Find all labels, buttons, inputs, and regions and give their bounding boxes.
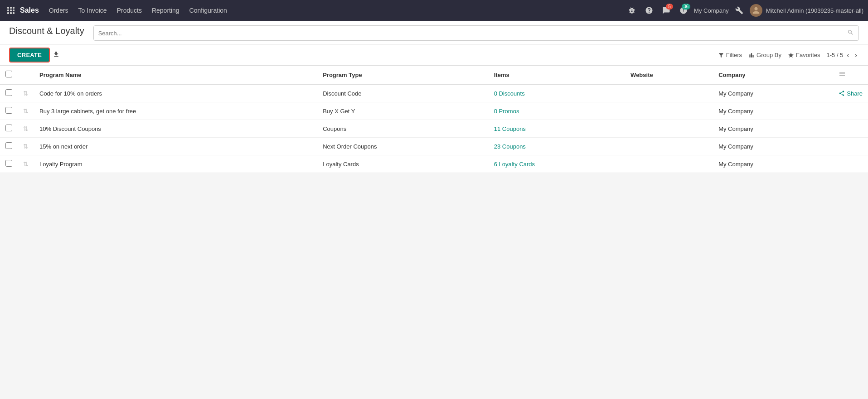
cell-program-type[interactable]: Next Order Coupons	[317, 138, 489, 155]
cell-items[interactable]: 23 Coupons	[489, 138, 625, 155]
row-checkbox-cell[interactable]	[0, 102, 18, 120]
svg-rect-1	[10, 7, 12, 9]
cell-company: My Company	[713, 138, 833, 155]
drag-handle-header	[18, 66, 34, 84]
cell-action[interactable]	[833, 102, 868, 120]
menu-reporting[interactable]: Reporting	[147, 4, 184, 17]
row-checkbox[interactable]	[5, 125, 12, 131]
cell-items[interactable]: 0 Discounts	[489, 84, 625, 102]
row-checkbox[interactable]	[5, 107, 12, 114]
table-row[interactable]: ⇅ Loyalty Program Loyalty Cards 6 Loyalt…	[0, 155, 868, 173]
table-row[interactable]: ⇅ Buy 3 large cabinets, get one for free…	[0, 102, 868, 120]
row-checkbox-cell[interactable]	[0, 84, 18, 102]
data-table: Program Name Program Type Items Website …	[0, 66, 868, 173]
menu-to-invoice[interactable]: To Invoice	[74, 4, 112, 17]
svg-rect-5	[13, 10, 15, 11]
company-name[interactable]: My Company	[694, 7, 729, 14]
menu-configuration[interactable]: Configuration	[185, 4, 232, 17]
page-title: Discount & Loyalty	[9, 26, 84, 41]
table-row[interactable]: ⇅ 15% on next order Next Order Coupons 2…	[0, 138, 868, 155]
cell-website	[625, 138, 713, 155]
cell-program-name[interactable]: Buy 3 large cabinets, get one for free	[34, 102, 317, 120]
chat-icon-btn[interactable]: 5	[659, 4, 673, 17]
search-input[interactable]	[98, 30, 847, 37]
cell-program-type[interactable]: Coupons	[317, 120, 489, 138]
app-switcher-icon[interactable]	[5, 4, 17, 17]
clock-badge: 36	[682, 4, 690, 10]
cell-items[interactable]: 0 Promos	[489, 102, 625, 120]
page-header-section: Discount & Loyalty CREATE Filters Group …	[0, 21, 868, 66]
row-checkbox-cell[interactable]	[0, 138, 18, 155]
table-header-row: Program Name Program Type Items Website …	[0, 66, 868, 84]
favorites-button[interactable]: Favorites	[788, 52, 820, 58]
menu-products[interactable]: Products	[112, 4, 146, 17]
group-by-label: Group By	[756, 52, 781, 58]
row-checkbox[interactable]	[5, 142, 12, 149]
cell-company: My Company	[713, 120, 833, 138]
create-button[interactable]: CREATE	[9, 48, 50, 62]
col-header-program-type[interactable]: Program Type	[317, 66, 489, 84]
download-button[interactable]	[50, 49, 63, 62]
user-avatar[interactable]	[750, 4, 762, 17]
list-view: Program Name Program Type Items Website …	[0, 66, 868, 173]
cell-action[interactable]	[833, 138, 868, 155]
cell-program-name[interactable]: Loyalty Program	[34, 155, 317, 173]
row-checkbox[interactable]	[5, 89, 12, 96]
table-row[interactable]: ⇅ 10% Discount Coupons Coupons 11 Coupon…	[0, 120, 868, 138]
cell-program-name[interactable]: 15% on next order	[34, 138, 317, 155]
col-header-program-name[interactable]: Program Name	[34, 66, 317, 84]
share-button[interactable]: Share	[839, 90, 863, 97]
col-header-company[interactable]: Company	[713, 66, 833, 84]
pagination-control: 1-5 / 5 ‹ ›	[826, 50, 859, 60]
svg-rect-2	[13, 7, 15, 9]
table-row[interactable]: ⇅ Code for 10% on orders Discount Code 0…	[0, 84, 868, 102]
search-bar[interactable]	[93, 25, 859, 41]
row-checkbox-cell[interactable]	[0, 155, 18, 173]
columns-settings-icon[interactable]	[839, 71, 846, 79]
col-header-website[interactable]: Website	[625, 66, 713, 84]
cell-action[interactable]	[833, 155, 868, 173]
select-all-checkbox-header[interactable]	[0, 66, 18, 84]
col-header-items[interactable]: Items	[489, 66, 625, 84]
table-body: ⇅ Code for 10% on orders Discount Code 0…	[0, 84, 868, 173]
col-settings-header[interactable]	[833, 66, 868, 84]
pagination-text: 1-5 / 5	[826, 52, 843, 58]
filters-button[interactable]: Filters	[718, 52, 742, 58]
clock-icon-btn[interactable]: 36	[677, 4, 690, 17]
cell-company: My Company	[713, 84, 833, 102]
pagination-next-btn[interactable]: ›	[853, 50, 859, 60]
drag-handle-icon: ⇅	[23, 125, 29, 132]
pagination-prev-btn[interactable]: ‹	[845, 50, 851, 60]
group-by-button[interactable]: Group By	[748, 52, 781, 58]
cell-company: My Company	[713, 102, 833, 120]
svg-rect-7	[10, 12, 12, 14]
cell-items[interactable]: 6 Loyalty Cards	[489, 155, 625, 173]
menu-orders[interactable]: Orders	[44, 4, 73, 17]
drag-handle-icon: ⇅	[23, 160, 29, 168]
row-checkbox[interactable]	[5, 160, 12, 167]
cell-program-name[interactable]: 10% Discount Coupons	[34, 120, 317, 138]
cell-website	[625, 84, 713, 102]
drag-handle-icon: ⇅	[23, 107, 29, 115]
cell-items[interactable]: 11 Coupons	[489, 120, 625, 138]
username-label[interactable]: Mitchell Admin (19039235-master-all)	[766, 7, 863, 14]
settings-icon-btn[interactable]	[732, 4, 746, 17]
support-icon-btn[interactable]	[642, 4, 656, 17]
bug-icon-btn[interactable]	[625, 4, 639, 17]
drag-handle-cell[interactable]: ⇅	[18, 84, 34, 102]
svg-rect-8	[13, 12, 15, 14]
cell-program-type[interactable]: Discount Code	[317, 84, 489, 102]
drag-handle-cell[interactable]: ⇅	[18, 138, 34, 155]
filters-label: Filters	[726, 52, 742, 58]
drag-handle-cell[interactable]: ⇅	[18, 102, 34, 120]
svg-rect-4	[10, 10, 12, 11]
cell-program-name[interactable]: Code for 10% on orders	[34, 84, 317, 102]
row-checkbox-cell[interactable]	[0, 120, 18, 138]
cell-action[interactable]: Share	[833, 84, 868, 102]
drag-handle-cell[interactable]: ⇅	[18, 155, 34, 173]
drag-handle-cell[interactable]: ⇅	[18, 120, 34, 138]
cell-program-type[interactable]: Loyalty Cards	[317, 155, 489, 173]
select-all-checkbox[interactable]	[5, 71, 12, 77]
cell-action[interactable]	[833, 120, 868, 138]
cell-program-type[interactable]: Buy X Get Y	[317, 102, 489, 120]
